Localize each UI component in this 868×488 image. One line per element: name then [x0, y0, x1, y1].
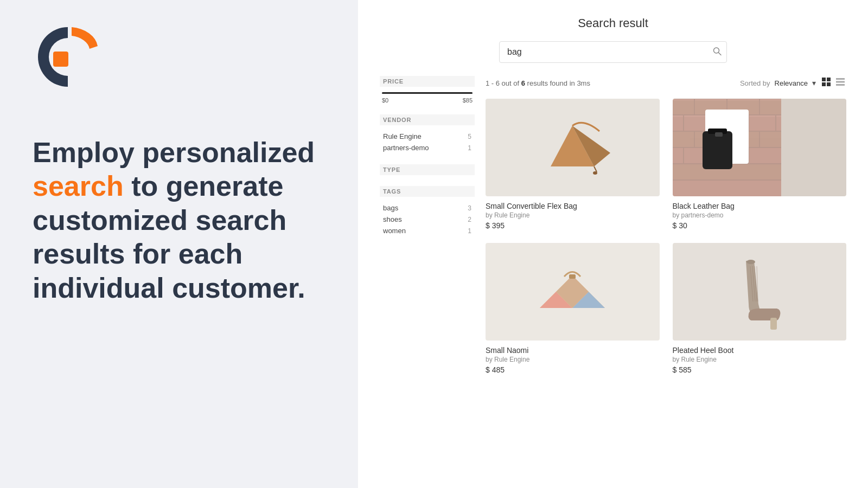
tag-name-1: shoes [383, 215, 402, 223]
product-card-3[interactable]: Pleated Heel Boot by Rule Engine $ 585 [673, 243, 847, 374]
product-vendor-2: by Rule Engine [486, 356, 660, 363]
results-prefix: 1 - 6 out of [486, 79, 521, 87]
grid-icon [821, 77, 831, 87]
view-toggle [820, 76, 846, 90]
svg-rect-3 [822, 78, 826, 81]
filters-panel: PRICE $0 $85 VENDOR Rule Engine 5 part [380, 76, 475, 374]
sort-value: Relevance [775, 79, 808, 87]
svg-rect-4 [827, 78, 831, 81]
tag-name-0: bags [383, 204, 398, 212]
svg-point-56 [746, 260, 755, 264]
right-panel: Search result PRICE $0 $85 [358, 0, 868, 488]
product-grid: Small Convertible Flex Bag by Rule Engin… [486, 99, 846, 374]
tag-item-0[interactable]: bags 3 [380, 202, 475, 214]
product-price-2: $ 485 [486, 365, 660, 374]
search-bar-container [380, 41, 846, 63]
product-price-3: $ 585 [673, 365, 847, 374]
product-image-3 [673, 243, 847, 341]
product-image-2 [486, 243, 660, 341]
product-name-1: Black Leather Bag [673, 202, 847, 210]
price-range: $0 $85 [380, 92, 475, 104]
tag-count-2: 1 [468, 227, 471, 235]
vendor-name-0: Rule Engine [383, 132, 422, 140]
svg-point-13 [593, 171, 597, 175]
left-panel: Employ personalized search to generate c… [0, 0, 358, 488]
sort-dropdown-button[interactable]: ▾ [812, 79, 816, 87]
svg-rect-45 [715, 132, 723, 137]
search-bar [499, 41, 727, 63]
vendor-item-1[interactable]: partners-demo 1 [380, 142, 475, 153]
results-suffix: in 3ms [567, 79, 590, 87]
product-card-1[interactable]: Black Leather Bag by partners-demo $ 30 [673, 99, 847, 230]
list-icon [835, 77, 845, 87]
product-card-0[interactable]: Small Convertible Flex Bag by Rule Engin… [486, 99, 660, 230]
product-image-0 [486, 99, 660, 196]
filter-price: PRICE $0 $85 [380, 76, 475, 104]
products-header: 1 - 6 out of 6 results found in 3ms Sort… [486, 76, 846, 90]
sort-label: Sorted by [740, 79, 770, 87]
logo-icon [33, 22, 103, 92]
search-icon [713, 47, 722, 56]
vendor-item-0[interactable]: Rule Engine 5 [380, 131, 475, 142]
product-vendor-1: by partners-demo [673, 211, 847, 219]
filter-type: TYPE [380, 164, 475, 175]
logo [33, 22, 326, 92]
sort-area: Sorted by Relevance ▾ [740, 76, 846, 90]
svg-rect-5 [822, 82, 826, 86]
results-mid: results found [525, 79, 567, 87]
svg-rect-7 [836, 78, 845, 80]
vendor-count-1: 1 [468, 144, 471, 152]
tag-item-2[interactable]: women 1 [380, 225, 475, 236]
product-price-1: $ 30 [673, 221, 847, 230]
svg-line-2 [719, 53, 722, 55]
search-input[interactable] [499, 41, 727, 63]
product-vendor-0: by Rule Engine [486, 211, 660, 219]
tag-count-1: 2 [468, 216, 471, 223]
products-section: 1 - 6 out of 6 results found in 3ms Sort… [486, 76, 846, 374]
vendor-name-1: partners-demo [383, 144, 429, 152]
product-name-2: Small Naomi [486, 346, 660, 355]
svg-rect-50 [569, 274, 576, 279]
product-vendor-3: by Rule Engine [673, 356, 847, 363]
type-label: TYPE [380, 164, 475, 175]
page-title: Search result [380, 16, 846, 30]
svg-rect-9 [836, 84, 845, 86]
product-name-3: Pleated Heel Boot [673, 346, 847, 355]
product-card-2[interactable]: Small Naomi by Rule Engine $ 485 [486, 243, 660, 374]
svg-rect-8 [836, 81, 845, 83]
headline-highlight: search [33, 170, 124, 202]
tag-count-0: 3 [468, 204, 471, 212]
svg-rect-51 [770, 318, 777, 330]
tag-item-1[interactable]: shoes 2 [380, 214, 475, 225]
svg-rect-6 [827, 82, 831, 86]
svg-rect-0 [53, 52, 68, 67]
search-icon-button[interactable] [713, 47, 722, 57]
headline: Employ personalized search to generate c… [33, 136, 326, 305]
price-label: PRICE [380, 76, 475, 87]
grid-view-button[interactable] [820, 76, 832, 90]
product-price-0: $ 395 [486, 221, 660, 230]
svg-rect-43 [703, 131, 732, 169]
filter-vendor: VENDOR Rule Engine 5 partners-demo 1 [380, 114, 475, 153]
price-min: $0 [382, 97, 388, 104]
results-count: 6 [521, 79, 525, 87]
vendor-label: VENDOR [380, 114, 475, 125]
vendor-count-0: 5 [468, 133, 471, 140]
tags-label: TAGS [380, 186, 475, 197]
tag-name-2: women [383, 227, 406, 235]
headline-text1: Employ personalized [33, 137, 315, 168]
filter-tags: TAGS bags 3 shoes 2 women 1 [380, 186, 475, 236]
price-labels: $0 $85 [382, 97, 473, 104]
list-view-button[interactable] [834, 76, 846, 90]
results-info: 1 - 6 out of 6 results found in 3ms [486, 79, 590, 87]
product-name-0: Small Convertible Flex Bag [486, 202, 660, 210]
price-slider-track[interactable] [382, 92, 473, 94]
product-image-1 [673, 99, 847, 196]
svg-line-12 [594, 166, 597, 172]
main-content: PRICE $0 $85 VENDOR Rule Engine 5 part [380, 76, 846, 374]
price-max: $85 [463, 97, 473, 104]
